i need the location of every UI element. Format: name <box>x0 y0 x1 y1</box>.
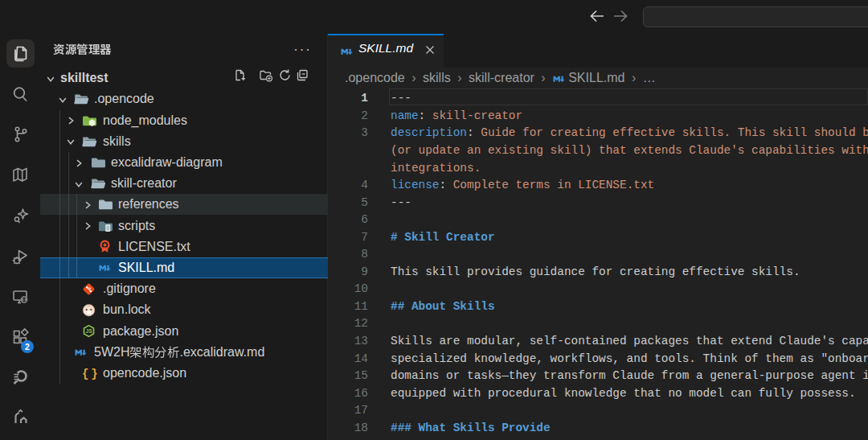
svg-text:JS: JS <box>86 328 93 334</box>
